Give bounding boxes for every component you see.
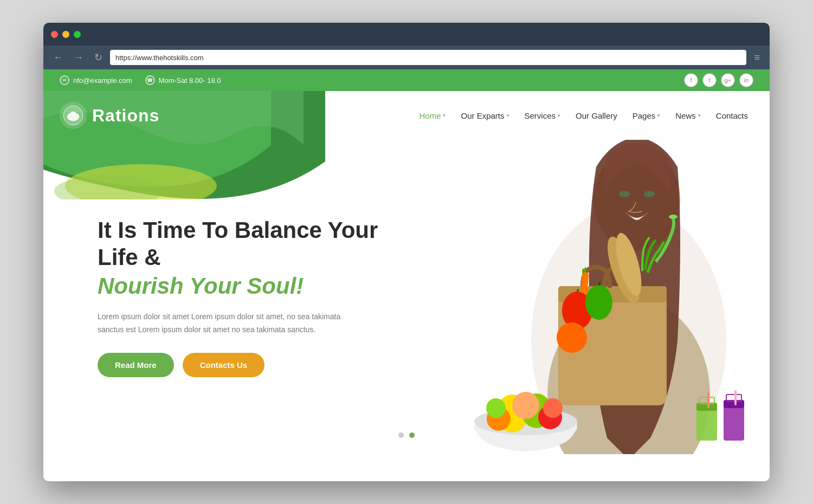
website-content: ✉ nfo@example.com ☎ Mom-Sat 8.00- 18.0 f…: [43, 69, 770, 481]
top-bar-left: ✉ nfo@example.com ☎ Mom-Sat 8.00- 18.0: [60, 75, 221, 85]
nav-link-contacts[interactable]: Contacts: [716, 111, 748, 120]
nav-item-exparts[interactable]: Our Exparts ▾: [461, 111, 509, 120]
nav-item-pages[interactable]: Pages ▾: [633, 111, 661, 120]
nav-item-services[interactable]: Services ▾: [525, 111, 561, 120]
fruits-bowl: [466, 357, 585, 454]
nav-link-home[interactable]: Home ▾: [419, 111, 446, 120]
nav-link-pages[interactable]: Pages ▾: [633, 111, 661, 120]
svg-point-26: [543, 398, 563, 418]
svg-rect-33: [726, 395, 741, 401]
close-button[interactable]: [51, 31, 58, 38]
browser-toolbar: ← → ↻ https://www.thehotskills.com ≡: [43, 46, 770, 69]
contacts-us-button[interactable]: Contacts Us: [183, 353, 265, 377]
nav-link-exparts[interactable]: Our Exparts ▾: [461, 111, 509, 120]
svg-point-15: [585, 285, 612, 320]
slider-dot-1[interactable]: [398, 432, 404, 438]
logo[interactable]: Rations: [60, 102, 159, 129]
hero-title-green: Nourish Your Soul!: [98, 272, 423, 301]
hero-section: It Is Time To Balance Your Life & Nouris…: [43, 140, 770, 454]
svg-point-16: [557, 322, 587, 353]
slider-dots: [398, 432, 415, 438]
nav-link-services[interactable]: Services ▾: [525, 111, 561, 120]
email-text: nfo@example.com: [73, 76, 132, 85]
hero-subtitle: Lorem ipsum dolor sit amet Lorem ipsum d…: [98, 311, 369, 337]
hero-image-area: [370, 140, 770, 454]
phone-icon: ☎: [145, 75, 155, 85]
facebook-icon[interactable]: f: [684, 73, 698, 87]
svg-point-17: [669, 215, 678, 219]
browser-window: ← → ↻ https://www.thehotskills.com ≡ ✉ n…: [43, 23, 770, 481]
browser-menu-button[interactable]: ≡: [751, 50, 763, 66]
url-text: https://www.thehotskills.com: [115, 54, 204, 62]
svg-point-25: [486, 398, 506, 418]
svg-point-24: [512, 392, 539, 419]
nav-item-home[interactable]: Home ▾: [419, 111, 446, 120]
forward-button[interactable]: →: [70, 50, 87, 64]
read-more-button[interactable]: Read More: [98, 353, 174, 377]
maximize-button[interactable]: [74, 31, 81, 38]
svg-point-4: [72, 112, 75, 115]
hero-title-dark: It Is Time To Balance Your Life &: [98, 217, 423, 272]
slider-dot-2[interactable]: [409, 432, 415, 438]
svg-point-9: [644, 191, 655, 197]
juice-glasses: [694, 389, 759, 454]
svg-rect-29: [699, 397, 714, 404]
hero-buttons: Read More Contacts Us: [98, 353, 423, 377]
chevron-down-icon: ▾: [507, 113, 509, 118]
chevron-down-icon: ▾: [657, 113, 660, 118]
nav-item-news[interactable]: News ▾: [675, 111, 701, 120]
chevron-down-icon: ▾: [443, 113, 446, 118]
minimize-button[interactable]: [62, 31, 69, 38]
logo-text: Rations: [92, 106, 159, 126]
nav-item-contacts[interactable]: Contacts: [716, 111, 748, 120]
email-item: ✉ nfo@example.com: [60, 75, 132, 85]
phone-item: ☎ Mom-Sat 8.00- 18.0: [145, 75, 221, 85]
svg-point-8: [619, 191, 630, 197]
header-area: Rations Home ▾ Our Exparts ▾: [43, 91, 770, 140]
svg-rect-34: [734, 390, 737, 405]
nav-item-gallery[interactable]: Our Gallery: [576, 111, 617, 120]
address-bar[interactable]: https://www.thehotskills.com: [110, 50, 746, 65]
phone-text: Mom-Sat 8.00- 18.0: [159, 76, 221, 85]
refresh-button[interactable]: ↻: [91, 50, 106, 64]
nav-menu: Home ▾ Our Exparts ▾ Services ▾: [419, 111, 748, 120]
back-button[interactable]: ←: [50, 50, 66, 64]
social-icons: f t g+ in: [684, 73, 753, 87]
logo-icon: [60, 102, 87, 129]
twitter-icon[interactable]: t: [702, 73, 717, 87]
linkedin-icon[interactable]: in: [739, 73, 753, 87]
email-icon: ✉: [60, 75, 69, 85]
browser-titlebar: [43, 23, 770, 46]
google-plus-icon[interactable]: g+: [721, 73, 735, 87]
chevron-down-icon: ▾: [558, 113, 560, 118]
top-bar: ✉ nfo@example.com ☎ Mom-Sat 8.00- 18.0 f…: [43, 69, 770, 91]
navbar: Rations Home ▾ Our Exparts ▾: [43, 91, 770, 140]
svg-rect-30: [707, 392, 709, 408]
hero-content: It Is Time To Balance Your Life & Nouris…: [98, 217, 423, 377]
nav-link-gallery[interactable]: Our Gallery: [576, 111, 617, 120]
nav-link-news[interactable]: News ▾: [675, 111, 701, 120]
chevron-down-icon: ▾: [698, 113, 701, 118]
